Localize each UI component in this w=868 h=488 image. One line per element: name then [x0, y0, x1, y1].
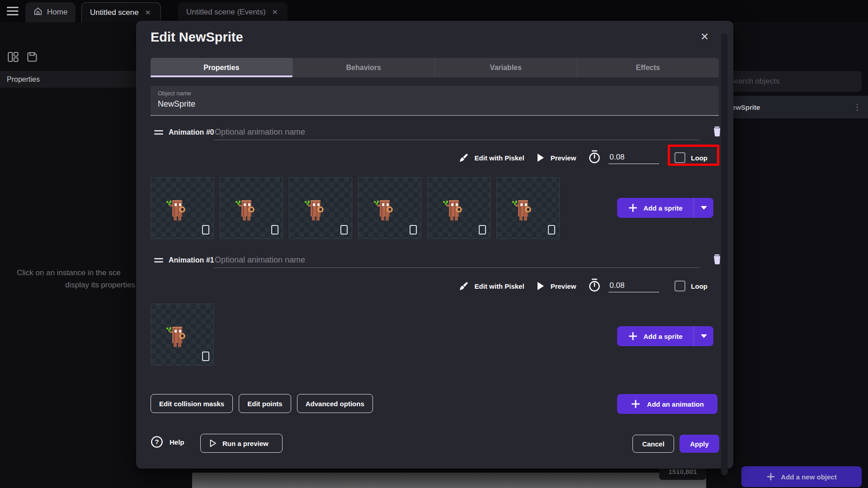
frame-select-checkbox[interactable] — [202, 352, 209, 361]
tab-scene-label: Untitled scene — [90, 8, 139, 17]
pixel-creature-sprite — [162, 320, 192, 350]
animation0-name-input[interactable] — [214, 125, 699, 140]
tab-untitled-scene[interactable]: Untitled scene ✕ — [81, 2, 161, 22]
frame-select-checkbox[interactable] — [479, 225, 486, 235]
properties-panel: Properties Click on an instance in the s… — [0, 22, 136, 488]
object-name-field[interactable]: Object name — [151, 86, 719, 116]
add-sprite-button[interactable]: Add a sprite — [617, 198, 713, 218]
properties-panel-title: Properties — [0, 71, 136, 88]
time-between-frames-input[interactable] — [609, 280, 659, 292]
drag-handle-icon[interactable] — [154, 130, 163, 136]
add-new-object-label: Add a new object — [781, 473, 836, 481]
edit-collision-masks-button[interactable]: Edit collision masks — [151, 394, 233, 413]
brush-icon — [458, 281, 469, 291]
hamburger-menu-icon[interactable] — [7, 7, 19, 16]
close-tab-icon[interactable]: ✕ — [143, 8, 153, 18]
animation1-header: Animation #1 — [151, 252, 719, 272]
plus-icon — [766, 472, 775, 481]
frame-select-checkbox[interactable] — [202, 225, 209, 235]
sprite-frame[interactable] — [289, 177, 352, 239]
pixel-creature-sprite — [231, 194, 261, 224]
delete-animation-icon[interactable] — [711, 253, 724, 266]
tab-untitled-scene-events[interactable]: Untitled scene (Events) ✕ — [178, 2, 288, 22]
tab-home-label: Home — [47, 8, 67, 17]
animation0-label: Animation #0 — [169, 128, 214, 136]
close-tab-icon[interactable]: ✕ — [270, 7, 280, 17]
dialog-title: Edit NewSprite — [151, 30, 243, 45]
play-icon — [536, 281, 545, 291]
apply-button[interactable]: Apply — [679, 435, 719, 453]
animation1-frames — [151, 304, 214, 366]
kebab-menu-icon[interactable]: ⋮ — [853, 102, 862, 112]
frame-select-checkbox[interactable] — [548, 225, 555, 235]
brush-icon — [458, 152, 469, 163]
tab-effects[interactable]: Effects — [577, 58, 719, 77]
drag-handle-icon[interactable] — [154, 258, 163, 264]
loop-option-highlighted: Loop — [675, 152, 708, 163]
edit-with-piskel-button[interactable]: Edit with Piskel — [458, 281, 524, 291]
frame-select-checkbox[interactable] — [340, 225, 348, 235]
add-sprite-dropdown[interactable] — [694, 206, 713, 210]
frame-select-checkbox[interactable] — [271, 225, 278, 235]
tab-behaviors[interactable]: Behaviors — [292, 58, 435, 77]
objects-panel — [710, 22, 868, 488]
save-icon[interactable] — [26, 51, 40, 65]
cancel-button[interactable]: Cancel — [632, 435, 674, 453]
panel-layout-icon[interactable] — [7, 51, 21, 65]
run-a-preview-button[interactable]: Run a preview — [200, 434, 283, 453]
sprite-frame[interactable] — [151, 304, 214, 366]
loop-checkbox[interactable] — [675, 281, 685, 291]
sprite-frame[interactable] — [496, 177, 560, 239]
sprite-frame[interactable] — [151, 177, 214, 239]
delete-animation-icon[interactable] — [711, 125, 724, 138]
svg-text:?: ? — [155, 438, 159, 446]
chevron-down-icon — [701, 206, 707, 210]
animation0-controls: Edit with Piskel Preview Loop — [151, 147, 708, 168]
loop-option: Loop — [675, 281, 708, 291]
timer-icon — [588, 278, 601, 294]
loop-label: Loop — [691, 282, 708, 290]
add-an-animation-button[interactable]: Add an animation — [617, 394, 717, 414]
edit-points-button[interactable]: Edit points — [239, 394, 291, 413]
add-sprite-button[interactable]: Add a sprite — [617, 326, 713, 346]
edit-sprite-dialog: Edit NewSprite ✕ Properties Behaviors Va… — [136, 21, 733, 469]
tab-properties[interactable]: Properties — [151, 58, 292, 77]
tab-variables[interactable]: Variables — [434, 58, 577, 77]
help-button[interactable]: ? Help — [151, 436, 184, 448]
dialog-tab-strip: Properties Behaviors Variables Effects — [151, 58, 719, 77]
properties-hint-line1: Click on an instance in the sce — [17, 268, 121, 277]
plus-icon — [628, 203, 638, 213]
tab-events-label: Untitled scene (Events) — [186, 8, 266, 17]
plus-icon — [628, 331, 638, 341]
preview-button[interactable]: Preview — [536, 281, 576, 291]
object-name-input[interactable] — [158, 99, 700, 109]
scene-canvas[interactable] — [192, 473, 706, 488]
loop-checkbox[interactable] — [675, 152, 685, 163]
home-icon — [33, 7, 42, 18]
pixel-creature-sprite — [162, 194, 192, 224]
advanced-options-button[interactable]: Advanced options — [297, 394, 373, 413]
add-sprite-dropdown[interactable] — [694, 334, 713, 338]
plus-icon — [631, 399, 641, 409]
animation1-name-input[interactable] — [214, 253, 699, 268]
add-new-object-button[interactable]: Add a new object — [741, 466, 862, 487]
sprite-frame[interactable] — [220, 177, 283, 239]
window-tab-bar: Home Untitled scene ✕ Untitled scene (Ev… — [0, 0, 868, 22]
edit-with-piskel-button[interactable]: Edit with Piskel — [458, 152, 524, 163]
properties-hint-line2: display its properties — [65, 281, 135, 290]
preview-button[interactable]: Preview — [536, 153, 576, 163]
dialog-close-icon[interactable]: ✕ — [700, 31, 709, 43]
animation0-header: Animation #0 — [151, 124, 719, 144]
frame-select-checkbox[interactable] — [410, 225, 417, 235]
sprite-frame[interactable] — [358, 177, 421, 239]
time-between-frames-input[interactable] — [609, 152, 659, 164]
play-outline-icon — [209, 439, 217, 448]
object-name-field-label: Object name — [158, 90, 191, 97]
help-icon: ? — [151, 436, 163, 448]
pixel-creature-sprite — [369, 194, 399, 224]
pixel-creature-sprite — [508, 194, 538, 224]
tab-home[interactable]: Home — [25, 2, 75, 22]
animation1-controls: Edit with Piskel Preview Loop — [151, 276, 708, 296]
animation0-frames — [151, 177, 560, 239]
sprite-frame[interactable] — [427, 177, 491, 239]
